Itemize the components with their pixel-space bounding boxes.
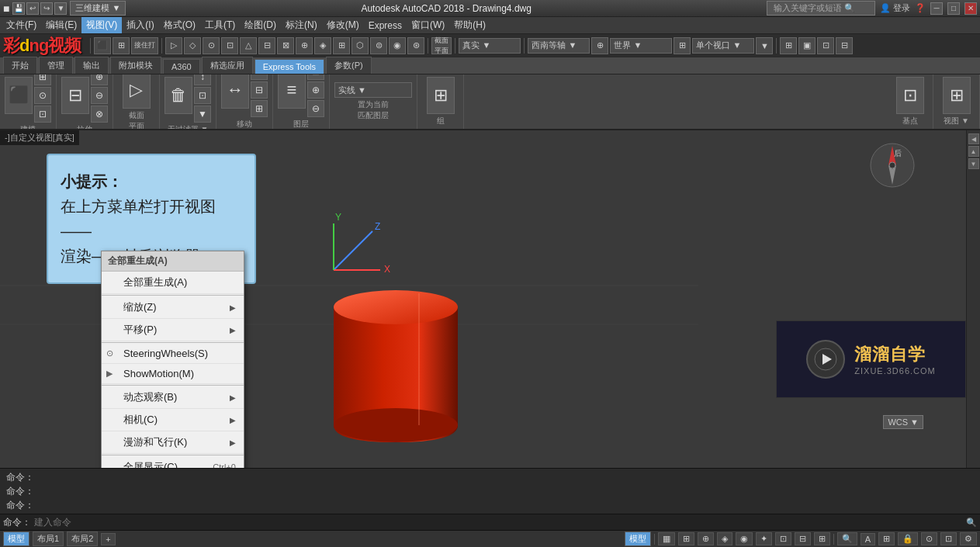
toolbar-btn1[interactable]: ▷ (165, 37, 182, 54)
tab-start[interactable]: 开始 (3, 57, 37, 74)
ribbon-props-icon[interactable]: ⊟ (251, 81, 268, 99)
ribbon-intersect-icon[interactable]: ⊗ (91, 106, 108, 123)
menu-flythrough[interactable]: 漫游和飞行(K) ▶ (102, 431, 244, 454)
ribbon-subtract-icon[interactable]: ⊖ (91, 87, 108, 104)
menu-pan[interactable]: 平移(P) ▶ (102, 319, 244, 341)
toolbar-ucs-btn[interactable]: ⊞ (674, 37, 691, 54)
toolbar-right4[interactable]: ⊟ (836, 37, 853, 54)
toolbar-solid-btn[interactable]: ⬛ (94, 37, 111, 54)
menu-showmotion[interactable]: ▶ ShowMotion(M) (102, 364, 244, 384)
status-grid-btn[interactable]: ▦ (658, 532, 675, 545)
ribbon-extrude-icon[interactable]: ⊞ (34, 74, 51, 85)
help-btn[interactable]: ❓ (915, 3, 926, 13)
ribbon-revolve-icon[interactable]: ⊙ (34, 87, 51, 104)
toolbar-right3[interactable]: ⊡ (817, 37, 834, 54)
status-ws-btn[interactable]: ⊞ (878, 532, 895, 545)
status-add-layout[interactable]: + (101, 533, 115, 545)
status-osnap-btn[interactable]: ◉ (736, 532, 753, 545)
status-layout2-tab[interactable]: 布局2 (67, 531, 98, 546)
ribbon-sweep-icon[interactable]: ⊡ (34, 106, 51, 123)
status-ortho-btn[interactable]: ⊕ (698, 532, 714, 545)
close-btn[interactable]: ✕ (964, 2, 977, 15)
ribbon-move-large-icon[interactable]: ↔ (221, 74, 249, 109)
status-zoom-btn[interactable]: 🔍 (837, 532, 857, 545)
toolbar-btn10[interactable]: ⊞ (333, 37, 350, 54)
toolbar-btn11[interactable]: ⬡ (351, 37, 369, 54)
menu-zoom[interactable]: 缩放(Z) ▶ (102, 296, 244, 319)
menu-express[interactable]: Express (364, 19, 407, 33)
tab-express-tools[interactable]: Express Tools (255, 59, 324, 74)
command-input-field[interactable] (34, 517, 966, 528)
menu-insert[interactable]: 插入(I) (122, 17, 158, 33)
status-hardware-btn[interactable]: ⊙ (921, 532, 937, 545)
visual-style-dropdown[interactable]: 真实 ▼ (459, 38, 521, 54)
tab-manage[interactable]: 管理 (39, 57, 73, 74)
toolbar-btn13[interactable]: ◉ (389, 37, 406, 54)
status-model-tab[interactable]: 模型 (3, 531, 29, 546)
user-login[interactable]: 👤 登录 (880, 2, 910, 14)
undo-btn[interactable]: ↩ (26, 2, 39, 15)
menu-dynamic-view[interactable]: 动态观察(B) ▶ (102, 386, 244, 409)
toolbar-btn5[interactable]: △ (240, 37, 257, 54)
right-panel-btn1[interactable]: ◀ (968, 133, 979, 144)
ribbon-match-icon[interactable]: ⊞ (251, 100, 268, 117)
minimize-btn[interactable]: ─ (930, 2, 943, 15)
toolbar-right1[interactable]: ⊞ (780, 37, 797, 54)
toolbar-btn6[interactable]: ⊟ (258, 37, 275, 54)
status-lw-btn[interactable]: ⊞ (814, 532, 830, 545)
toolbar-view-btn[interactable]: ⊕ (591, 37, 608, 54)
ribbon-move-icon[interactable]: ↕ (194, 74, 211, 85)
status-layout1-tab[interactable]: 布局1 (33, 531, 64, 546)
ribbon-more-icon[interactable]: ▼ (194, 106, 211, 123)
ribbon-union-icon[interactable]: ⊕ (91, 74, 108, 85)
tab-output[interactable]: 输出 (74, 57, 109, 74)
menu-edit[interactable]: 编辑(E) (41, 17, 81, 33)
toolbar-btn8[interactable]: ⊕ (296, 37, 313, 54)
tab-a360[interactable]: A360 (163, 59, 200, 74)
search-box[interactable]: 输入关键字或短语 🔍 (767, 1, 875, 16)
menu-modify[interactable]: 修改(M) (322, 17, 364, 33)
dropdown-btn[interactable]: ▼ (54, 2, 67, 15)
toolbar-btn9[interactable]: ◈ (314, 37, 331, 54)
tab-featured[interactable]: 精选应用 (202, 57, 253, 74)
toolbar-btn3[interactable]: ⊙ (203, 37, 220, 54)
toolbar-clip-btn[interactable]: 截面平面 (431, 37, 452, 54)
menu-file[interactable]: 文件(F) (2, 17, 41, 33)
menu-format[interactable]: 格式(O) (159, 17, 200, 33)
maximize-btn[interactable]: □ (947, 2, 960, 15)
status-model-btn[interactable]: 模型 (625, 531, 651, 546)
menu-view[interactable]: 视图(V) (81, 17, 122, 33)
view-dropdown[interactable]: 西南等轴 ▼ (528, 38, 590, 54)
status-settings-btn[interactable]: ⚙ (960, 532, 977, 545)
world-dropdown[interactable]: 世界 ▼ (610, 38, 672, 54)
viewport-dropdown[interactable]: 单个视口 ▼ (692, 38, 754, 54)
menu-regen-all[interactable]: 全部重生成(A) (102, 272, 244, 294)
status-anno-btn[interactable]: A (861, 533, 875, 545)
toolbar-join-btn[interactable]: 接住打 (131, 37, 158, 54)
toolbar-right2[interactable]: ▣ (798, 37, 816, 54)
ribbon-layer-del-icon[interactable]: ⊖ (307, 100, 324, 117)
menu-dimension[interactable]: 标注(N) (281, 17, 322, 33)
ribbon-delete-icon[interactable]: 🗑 (164, 77, 192, 114)
ribbon-edit-icon[interactable]: ⊟ (61, 77, 89, 114)
ribbon-section-icon[interactable]: ▷ (123, 74, 151, 109)
menu-help[interactable]: 帮助(H) (449, 17, 490, 33)
tab-addons[interactable]: 附加模块 (110, 57, 161, 74)
status-dyn-btn[interactable]: ⊟ (795, 532, 811, 545)
status-otrack-btn[interactable]: ✦ (756, 532, 772, 545)
tab-params[interactable]: 参数(P) (326, 57, 372, 74)
menu-tools[interactable]: 工具(T) (200, 17, 240, 33)
toolbar-btn7[interactable]: ⊠ (277, 37, 294, 54)
menu-fullscreen[interactable]: 全屏显示(C) Ctrl+0 (102, 456, 244, 468)
toolbar-btn2[interactable]: ◇ (184, 37, 201, 54)
toolbar-btn12[interactable]: ⊜ (370, 37, 387, 54)
menu-camera[interactable]: 相机(C) ▶ (102, 409, 244, 431)
status-polar-btn[interactable]: ◈ (717, 532, 732, 545)
ribbon-layer-state-icon[interactable]: ⊡ (307, 74, 324, 80)
menu-window[interactable]: 窗口(W) (407, 17, 449, 33)
right-panel-btn3[interactable]: ▼ (968, 158, 979, 169)
ribbon-viewport-end-icon[interactable]: ⊞ (943, 77, 971, 114)
model-selector[interactable]: 三维建模 ▼ (70, 1, 126, 16)
status-ucs-btn[interactable]: ⊡ (775, 532, 791, 545)
ribbon-points-icon[interactable]: ⊡ (896, 77, 924, 114)
